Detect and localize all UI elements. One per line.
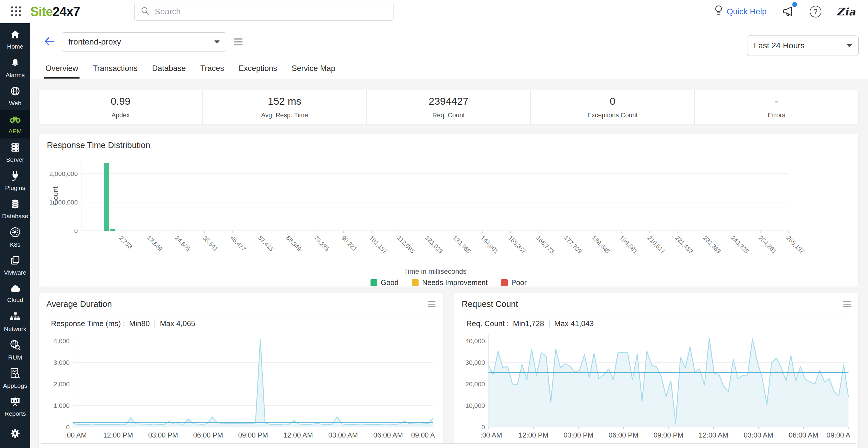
card-menu-icon[interactable] [428,301,435,307]
globe-icon [10,86,21,98]
svg-text:03:00 AM: 03:00 AM [744,431,773,439]
network-icon [10,312,21,323]
response-time-distribution-chart[interactable]: 01,000,0002,000,000Count2,73313,66924,60… [47,155,850,278]
tab-overview[interactable]: Overview [44,62,80,78]
card-title: Average Duration [46,299,112,309]
svg-text:232,389: 232,389 [702,235,722,255]
legend-needs-improvement[interactable]: Needs Improvement [412,278,488,287]
svg-text:09:00 A: 09:00 A [411,431,435,439]
rum-icon [10,340,21,352]
average-duration-chart[interactable]: 01,0002,0003,0004,000:00 AM12:00 PM03:00… [46,328,435,446]
svg-text:06:00 AM: 06:00 AM [373,431,403,439]
sidebar-item-label: Alarms [5,72,25,78]
quick-help-button[interactable]: Quick Help [713,5,767,18]
tab-service-map[interactable]: Service Map [290,62,336,78]
svg-text:03:00 PM: 03:00 PM [564,431,594,439]
legend-label: Good [381,278,399,287]
sidebar-item-cloud[interactable]: Cloud [0,280,30,308]
svg-text:12:00 AM: 12:00 AM [699,431,728,439]
zia-assistant-button[interactable]: Zia [837,5,856,18]
svg-text::00 AM: :00 AM [480,431,502,439]
sidebar-item-home[interactable]: Home [0,26,30,54]
global-search[interactable] [134,3,394,21]
back-button[interactable] [44,36,55,48]
sidebar-item-applogs[interactable]: AppLogs [0,364,30,392]
request-count-chart[interactable]: 010,00020,00030,00040,000:00 AM12:00 PM0… [462,328,851,446]
sidebar-settings[interactable] [0,425,30,448]
time-range-value: Last 24 Hours [754,41,805,50]
reports-icon [10,396,21,408]
svg-text:177,709: 177,709 [563,235,583,255]
average-duration-card: Average Duration Response Time (ms) : Mi… [38,292,443,447]
legend-good[interactable]: Good [371,278,399,287]
sidebar-item-label: K8s [10,241,21,248]
sidebar-item-label: Server [6,156,24,163]
sidebar-item-server[interactable]: Server [0,138,30,167]
sidebar-item-apm[interactable]: APM [0,110,30,138]
sidebar-item-label: Plugins [5,184,25,192]
min-value: Min1,728 [513,319,544,328]
tab-traces[interactable]: Traces [199,62,225,78]
time-range-dropdown[interactable]: Last 24 Hours [747,35,859,56]
logo-site-text: Site [30,4,53,19]
svg-text:24,605: 24,605 [174,235,192,252]
sidebar-item-reports[interactable]: Reports [0,392,30,421]
sidebar-item-label: AppLogs [3,382,27,389]
svg-text:06:00 AM: 06:00 AM [789,431,818,439]
help-icon: ? [810,6,822,18]
sidebar-item-label: Reports [4,410,26,417]
sub-header: frontend-proxy Last 24 Hours OverviewTra… [30,23,868,78]
sidebar-item-rum[interactable]: RUM [0,336,30,364]
tab-exceptions[interactable]: Exceptions [238,62,278,78]
stat-exceptions-count: 0 Exceptions Count [531,90,695,124]
back-arrow-icon [44,36,55,48]
max-value: Max 4,065 [160,319,195,328]
stat-errors: - Errors [695,90,858,124]
request-count-card: Request Count Req. Count : Min1,728 | Ma… [454,292,859,447]
legend-poor[interactable]: Poor [501,278,527,287]
svg-text:06:00 PM: 06:00 PM [193,431,223,439]
sidebar-item-database[interactable]: Database [0,195,30,223]
service-selector-dropdown[interactable]: frontend-proxy [62,32,226,51]
sidebar-item-label: Cloud [7,297,23,303]
tab-transactions[interactable]: Transactions [92,62,139,78]
vmware-icon [10,255,21,267]
stat-value: 0.99 [111,95,130,107]
legend-swatch [501,279,508,286]
svg-text:243,325: 243,325 [730,235,750,255]
svg-text:1,000: 1,000 [54,402,70,409]
sidebar-item-web[interactable]: Web [0,82,30,110]
next-widget-peek [38,443,859,448]
stat-req-count: 2394427 Req. Count [367,90,531,124]
announcements-button[interactable] [782,5,795,19]
sidebar-item-label: RUM [8,354,22,361]
sidebar-item-label: VMware [4,269,26,276]
svg-text:13,669: 13,669 [146,235,164,252]
sidebar-item-plugins[interactable]: Plugins [0,167,30,195]
card-menu-icon[interactable] [843,301,851,307]
svg-text:46,477: 46,477 [229,235,247,252]
service-list-menu-icon[interactable] [234,38,243,45]
tab-database[interactable]: Database [151,62,187,78]
svg-text:57,413: 57,413 [257,235,275,252]
search-input[interactable] [155,7,388,16]
bell-icon [10,58,20,69]
help-button[interactable]: ? [810,6,822,18]
legend-swatch [371,279,377,286]
metric-label: Response Time (ms) : [51,319,125,328]
page-content: 0.99 Apdex152 ms Avg. Resp. Time2394427 … [30,78,868,447]
chart-legend: GoodNeeds ImprovementPoor [47,278,850,287]
svg-text:79,285: 79,285 [313,235,331,252]
sidebar-item-alarms[interactable]: Alarms [0,54,30,82]
svg-text:12:00 PM: 12:00 PM [103,431,133,439]
metric-label: Req. Count : [466,319,509,328]
sidebar-item-vmware[interactable]: VMware [0,251,30,280]
sidebar-item-network[interactable]: Network [0,308,30,336]
sidebar-item-k8s[interactable]: K8s [0,223,30,251]
card-title: Response Time Distribution [47,140,150,150]
svg-text:101,157: 101,157 [368,235,389,255]
app-grid-icon[interactable] [9,4,24,19]
service-selector-value: frontend-proxy [68,37,121,46]
stat-value: 0 [610,95,615,107]
svg-text:144,901: 144,901 [479,235,500,255]
